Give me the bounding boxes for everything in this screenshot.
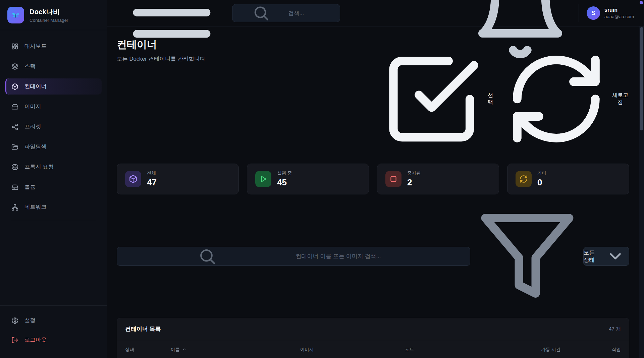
topbar-divider [579,4,579,22]
stat-value: 0 [537,177,546,188]
drive-icon [11,103,18,110]
cube-icon [11,83,18,90]
stat-label: 기타 [537,170,546,176]
container-search-input[interactable] [296,253,464,260]
sidebar-footer: 설정 로그아웃 [0,305,107,358]
stat-value: 2 [407,177,421,188]
sidebar-item-label: 이미지 [24,103,41,110]
app-subtitle: Container Manager [30,18,68,23]
menu-icon[interactable] [121,0,222,60]
avatar[interactable]: S [587,6,600,20]
filter-row: 모든 상태 [117,205,629,307]
user-name: sruin [604,7,634,13]
stat-card-전체: 전체 47 [117,164,239,194]
table-title: 컨테이너 목록 [125,325,161,333]
stat-label: 실행 중 [277,170,292,176]
app-titles: Dock나비 Container Manager [30,7,68,23]
sidebar-item-label: 대시보드 [24,43,47,50]
search-icon [238,4,284,22]
sort-asc-icon [182,347,186,352]
stats-row: 전체 47 실행 중 45 중지됨 2 기타 0 [117,164,629,194]
filter-funnel-icon[interactable] [477,205,578,307]
container-search[interactable] [117,247,470,266]
stat-label: 전체 [147,170,157,176]
status-filter-value: 모든 상태 [584,249,598,264]
sidebar-item-label: 스택 [24,63,36,70]
main-content: 컨테이너 모든 Docker 컨테이너를 관리합니다 선택 새로고침 전체 47 [107,26,644,358]
sidebar-item-label: 컨테이너 [24,83,47,90]
stat-value: 47 [147,177,157,188]
user-email: aaaa@aa.com [604,14,634,19]
app-brand: Dock나비 Container Manager [0,0,107,30]
sidebar-item-label: 프리셋 [24,123,41,130]
butterfly-icon [7,7,24,23]
layers-icon [11,63,18,70]
sidebar-item-프록시 요청[interactable]: 프록시 요청 [5,159,102,175]
globe-icon [11,164,18,171]
col-status[interactable]: 상태 [125,347,171,353]
container-list-card: 컨테이너 목록 47 개 상태 이름 이미지 포트 가동 시간 작업 runni… [117,318,629,358]
sidebar-item-이미지[interactable]: 이미지 [5,99,102,115]
sidebar-item-label: 볼륨 [24,183,36,191]
nav-divider [11,220,96,220]
stop-square-icon [385,171,401,187]
stat-value: 45 [277,177,292,188]
stat-card-기타: 기타 0 [507,164,629,194]
sidebar-item-label: 로그아웃 [24,336,47,344]
col-ports[interactable]: 포트 [405,347,507,353]
sidebar-item-label: 파일탐색 [24,143,47,151]
sidebar-nav: 대시보드 스택 컨테이너 이미지 프리셋 파일탐색 프록시 요청 볼륨 네트워크 [0,30,107,305]
status-filter-dropdown[interactable]: 모든 상태 [583,247,629,266]
sidebar: Dock나비 Container Manager 대시보드 스택 컨테이너 이미… [0,0,107,358]
global-search[interactable] [232,4,340,22]
stat-card-실행 중: 실행 중 45 [247,164,369,194]
logout-icon [11,337,18,344]
search-icon [123,247,291,265]
check-square-icon [381,48,483,150]
sidebar-item-로그아웃[interactable]: 로그아웃 [5,332,102,348]
sidebar-item-label: 네트워크 [24,203,47,211]
sidebar-item-label: 프록시 요청 [24,163,54,171]
sidebar-item-볼륨[interactable]: 볼륨 [5,179,102,195]
cube-icon [125,171,141,187]
scrollbar-thumb[interactable] [640,27,643,130]
stat-card-중지됨: 중지됨 2 [377,164,499,194]
app-window: Dock나비 Container Manager 대시보드 스택 컨테이너 이미… [0,0,644,358]
col-name[interactable]: 이름 [171,347,300,353]
scrollbar-track[interactable] [639,26,644,358]
table-count: 47 개 [609,326,621,332]
user-meta: sruin aaaa@aa.com [604,7,634,19]
sidebar-item-스택[interactable]: 스택 [5,58,102,74]
sidebar-item-파일탐색[interactable]: 파일탐색 [5,139,102,155]
select-button-label: 선택 [486,92,495,106]
sidebar-item-컨테이너[interactable]: 컨테이너 [5,78,102,95]
col-actions: 작업 [560,347,621,353]
col-uptime[interactable]: 가동 시간 [507,347,560,353]
refresh-button-label: 새로고침 [611,92,629,106]
sidebar-item-프리셋[interactable]: 프리셋 [5,119,102,135]
gear-icon [11,317,18,324]
refresh-icon [516,171,532,187]
chevron-down-icon [602,247,629,265]
share-icon [11,123,18,130]
sidebar-item-설정[interactable]: 설정 [5,312,102,329]
bell-icon[interactable] [470,0,571,64]
recording-indicator-dot [640,1,643,4]
topbar: S sruin aaaa@aa.com [107,0,644,26]
dashboard-icon [11,43,18,50]
sidebar-item-대시보드[interactable]: 대시보드 [5,38,102,54]
global-search-input[interactable] [288,10,334,16]
table-column-headers: 상태 이름 이미지 포트 가동 시간 작업 [117,340,629,358]
app-title: Dock나비 [30,7,68,16]
col-image[interactable]: 이미지 [300,347,405,353]
sidebar-item-네트워크[interactable]: 네트워크 [5,199,102,215]
drive-icon [11,184,18,191]
sidebar-item-label: 설정 [24,317,36,324]
stat-label: 중지됨 [407,170,421,176]
play-icon [255,171,271,187]
folder-open-icon [11,143,18,151]
network-icon [11,204,18,211]
topbar-right: S sruin aaaa@aa.com [470,0,644,64]
